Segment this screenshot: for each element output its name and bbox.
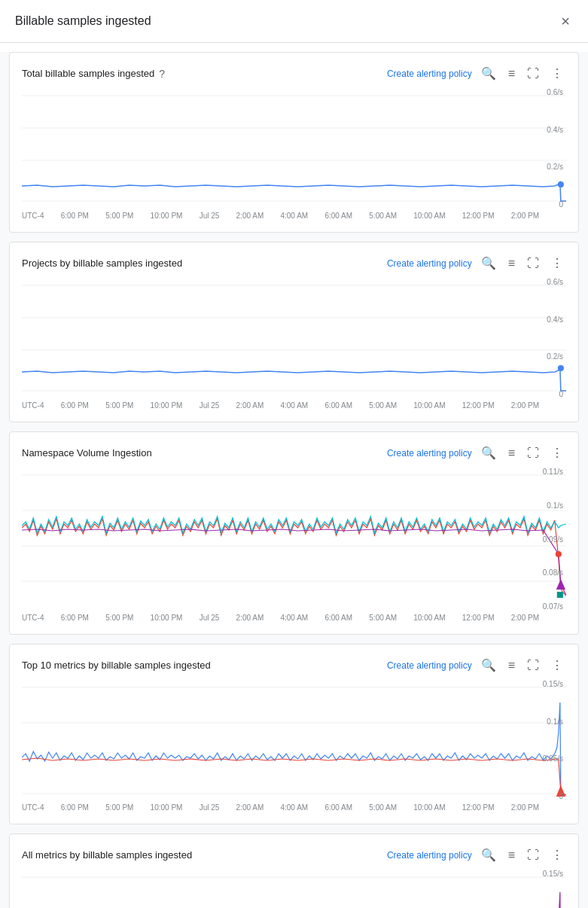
- chart-svg-4: [22, 680, 566, 800]
- legend-icon-3[interactable]: ≡: [505, 445, 518, 462]
- search-icon-1[interactable]: 🔍: [478, 65, 499, 82]
- chart-card-5: All metrics by billable samples ingested…: [9, 833, 579, 908]
- chart-title-area-2: Projects by billable samples ingested: [22, 257, 182, 269]
- chart-title-3: Namespace Volume Ingestion: [22, 447, 152, 459]
- chart-svg-5: [22, 870, 566, 908]
- help-icon-1[interactable]: ?: [159, 68, 165, 80]
- chart-wrapper-3: 0.11/s 0.1/s 0.09/s 0.08/s 0.07/s UTC-4 …: [22, 468, 566, 622]
- chart-wrapper-4: 0.15/s 0.1/s 0.05/s 0 UTC-4 6:00 PM 5:00…: [22, 680, 566, 812]
- chart-header-2: Projects by billable samples ingested Cr…: [22, 254, 566, 272]
- x-axis-4: UTC-4 6:00 PM 5:00 PM 10:00 PM Jul 25 2:…: [22, 803, 566, 812]
- modal-header: Billable samples ingested ×: [0, 0, 588, 43]
- chart-svg-2: [22, 278, 566, 398]
- more-icon-2[interactable]: ⋮: [548, 254, 566, 272]
- expand-icon-3[interactable]: ⛶: [524, 445, 542, 462]
- y-axis-3: 0.11/s 0.1/s 0.09/s 0.08/s 0.07/s: [539, 468, 566, 611]
- legend-icon-2[interactable]: ≡: [505, 255, 518, 272]
- modal-title: Billable samples ingested: [15, 14, 151, 28]
- chart-header-3: Namespace Volume Ingestion Create alerti…: [22, 444, 566, 462]
- chart-title-area-4: Top 10 metrics by billable samples inges…: [22, 660, 211, 671]
- search-icon-5[interactable]: 🔍: [478, 846, 499, 864]
- create-alerting-link-2[interactable]: Create alerting policy: [387, 258, 472, 269]
- more-icon-3[interactable]: ⋮: [548, 444, 566, 462]
- chart-area-2: 0.6/s 0.4/s 0.2/s 0: [22, 278, 566, 398]
- legend-icon-1[interactable]: ≡: [505, 66, 518, 82]
- chart-svg-1: [22, 88, 566, 209]
- legend-icon-4[interactable]: ≡: [505, 657, 518, 674]
- search-icon-3[interactable]: 🔍: [478, 444, 499, 462]
- y-axis-1: 0.6/s 0.4/s 0.2/s 0: [539, 88, 566, 209]
- expand-icon-1[interactable]: ⛶: [524, 66, 542, 82]
- chart-title-5: All metrics by billable samples ingested: [22, 849, 192, 861]
- x-axis-2: UTC-4 6:00 PM 5:00 PM 10:00 PM Jul 25 2:…: [22, 401, 566, 410]
- expand-icon-2[interactable]: ⛶: [524, 255, 542, 272]
- chart-card-2: Projects by billable samples ingested Cr…: [9, 242, 579, 422]
- create-alerting-link-4[interactable]: Create alerting policy: [387, 660, 472, 671]
- expand-icon-4[interactable]: ⛶: [524, 657, 542, 674]
- close-button[interactable]: ×: [558, 11, 573, 32]
- chart-actions-1: Create alerting policy 🔍 ≡ ⛶ ⋮: [387, 65, 566, 82]
- chart-wrapper-2: 0.6/s 0.4/s 0.2/s 0 UTC-4 6:00 PM 5:00 P…: [22, 278, 566, 410]
- x-axis-3: UTC-4 6:00 PM 5:00 PM 10:00 PM Jul 25 2:…: [22, 614, 566, 622]
- x-axis-1: UTC-4 6:00 PM 5:00 PM 10:00 PM Jul 25 2:…: [22, 212, 566, 220]
- chart-card-3: Namespace Volume Ingestion Create alerti…: [9, 431, 579, 635]
- search-icon-2[interactable]: 🔍: [478, 254, 499, 272]
- more-icon-5[interactable]: ⋮: [548, 846, 566, 864]
- chart-title-2: Projects by billable samples ingested: [22, 257, 182, 269]
- chart-svg-3: [22, 468, 566, 611]
- more-icon-4[interactable]: ⋮: [548, 657, 566, 674]
- chart-title-4: Top 10 metrics by billable samples inges…: [22, 660, 211, 671]
- search-icon-4[interactable]: 🔍: [478, 657, 499, 674]
- chart-area-4: 0.15/s 0.1/s 0.05/s 0: [22, 680, 566, 800]
- chart-actions-2: Create alerting policy 🔍 ≡ ⛶ ⋮: [387, 254, 566, 272]
- chart-wrapper-5: 0.15/s 0.1/s 0.05/s 0 UTC-4 6:00 PM 5:00…: [22, 870, 566, 908]
- chart-title-area-5: All metrics by billable samples ingested: [22, 849, 192, 861]
- create-alerting-link-1[interactable]: Create alerting policy: [387, 69, 472, 79]
- chart-actions-4: Create alerting policy 🔍 ≡ ⛶ ⋮: [387, 657, 566, 674]
- chart-actions-3: Create alerting policy 🔍 ≡ ⛶ ⋮: [387, 444, 566, 462]
- chart-title-1: Total billable samples ingested: [22, 68, 154, 79]
- y-axis-4: 0.15/s 0.1/s 0.05/s 0: [539, 680, 566, 800]
- chart-card-1: Total billable samples ingested ? Create…: [9, 52, 579, 233]
- create-alerting-link-3[interactable]: Create alerting policy: [387, 448, 472, 459]
- chart-card-4: Top 10 metrics by billable samples inges…: [9, 644, 579, 824]
- y-axis-5: 0.15/s 0.1/s 0.05/s 0: [539, 870, 566, 908]
- chart-title-area-1: Total billable samples ingested ?: [22, 68, 165, 80]
- create-alerting-link-5[interactable]: Create alerting policy: [387, 850, 472, 861]
- y-axis-2: 0.6/s 0.4/s 0.2/s 0: [539, 278, 566, 398]
- chart-area-3: 0.11/s 0.1/s 0.09/s 0.08/s 0.07/s: [22, 468, 566, 611]
- chart-header-5: All metrics by billable samples ingested…: [22, 846, 566, 864]
- chart-title-area-3: Namespace Volume Ingestion: [22, 447, 152, 459]
- more-icon-1[interactable]: ⋮: [548, 65, 566, 82]
- chart-header-1: Total billable samples ingested ? Create…: [22, 65, 566, 82]
- chart-header-4: Top 10 metrics by billable samples inges…: [22, 657, 566, 674]
- legend-icon-5[interactable]: ≡: [505, 847, 518, 864]
- chart-area-1: 0.6/s 0.4/s 0.2/s 0: [22, 88, 566, 209]
- chart-area-5: 0.15/s 0.1/s 0.05/s 0: [22, 870, 566, 908]
- charts-container: Total billable samples ingested ? Create…: [0, 52, 588, 908]
- expand-icon-5[interactable]: ⛶: [524, 847, 542, 864]
- chart-actions-5: Create alerting policy 🔍 ≡ ⛶ ⋮: [387, 846, 566, 864]
- chart-wrapper-1: 0.6/s 0.4/s 0.2/s 0 UTC-4 6:00 PM 5:00 P…: [22, 88, 566, 220]
